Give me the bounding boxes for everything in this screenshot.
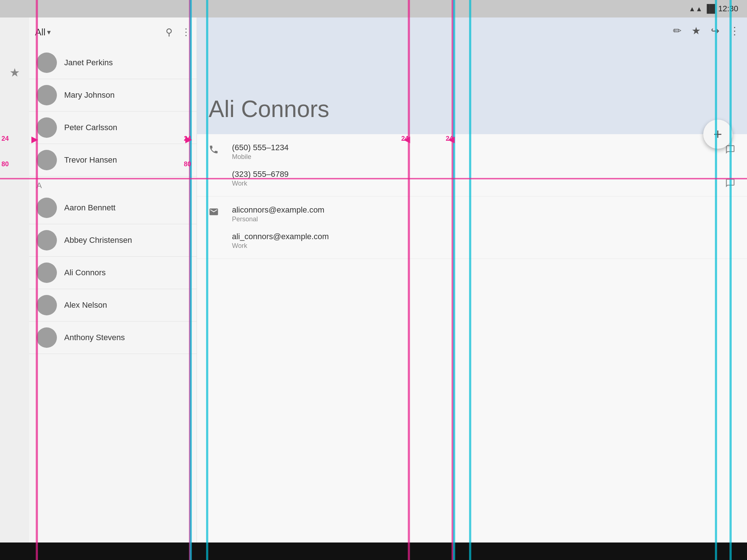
pink-guide-line-h [0,178,747,179]
contact-name: Abbey Christensen [64,236,132,245]
status-bar: ▴ ▴ ▐█ 12:30 [0,0,747,18]
arrow-indicator: ◀ [448,134,454,144]
favorites-star-icon[interactable]: ★ [9,66,20,79]
edit-icon[interactable]: ✏ [673,25,681,37]
fab-add-button[interactable]: + [703,120,732,149]
arrow-indicator: ▶ [31,134,38,144]
email-entry: aliconnors@example.com Personal [232,205,735,223]
contact-avatar [36,85,57,105]
phone-entry: (650) 555–1234 Mobile [232,143,735,161]
pink-guide-line [36,0,38,560]
contact-list: Janet Perkins Mary Johnson Peter Carlsso… [29,47,197,560]
overlay-label-80a: 80 [1,160,9,168]
arrow-indicator: ▶ [185,134,192,144]
cyan-guide-line [453,0,455,560]
contact-item[interactable]: Ali Connors [29,257,197,289]
contact-list-header: All ▾ ⚲ ⋮ [29,18,197,47]
contact-name: Janet Perkins [64,58,113,67]
contact-avatar [36,117,57,138]
contact-item[interactable]: Anthony Stevens [29,322,197,354]
email-address: ali_connors@example.com [232,232,735,241]
contact-avatar [36,262,57,283]
detail-body: (650) 555–1234 Mobile (323) 555–6789 Wor… [197,134,747,560]
star-icon[interactable]: ★ [692,25,701,37]
overlay-label-80b: 80 [184,160,191,168]
contact-avatar [36,198,57,218]
overlay-label-24a: 24 [1,135,9,143]
contact-name: Mary Johnson [64,90,115,100]
email-icon [209,207,226,219]
contact-avatar [36,52,57,73]
header-icons: ⚲ ⋮ [166,27,191,38]
contact-item[interactable]: Abbey Christensen [29,224,197,257]
cyan-guide-line [190,0,192,560]
contact-name: Peter Carlsson [64,123,117,132]
contact-avatar [36,230,57,250]
detail-panel: ✏ ★ ↪ ⋮ Ali Connors (650) 555–1234 [197,18,747,560]
status-icons: ▴ ▴ ▐█ [690,4,715,13]
contact-item[interactable]: Trevor Hansen [29,144,197,176]
left-rail: ★ [0,18,29,560]
cyan-guide-line [715,0,717,560]
section-letter: A [36,181,51,190]
email-type: Work [232,242,735,250]
contact-detail-name: Ali Connors [209,96,735,122]
wifi-icon: ▴ [690,4,694,13]
contact-list-panel: All ▾ ⚲ ⋮ Janet Perkins Mary Johnson Pet… [29,18,197,560]
phone-type: Mobile [232,153,735,161]
pink-guide-line [408,0,410,560]
phone-section: (650) 555–1234 Mobile (323) 555–6789 Wor… [197,134,747,197]
search-icon[interactable]: ⚲ [166,27,173,38]
email-content: aliconnors@example.com Personal ali_conn… [232,205,735,250]
arrow-indicator: ◀ [403,134,410,144]
contact-avatar [36,327,57,348]
phone-type: Work [232,180,735,187]
cyan-guide-line [469,0,471,560]
phone-content: (650) 555–1234 Mobile (323) 555–6789 Wor… [232,143,735,187]
email-entry: ali_connors@example.com Work [232,232,735,250]
contact-item[interactable]: Janet Perkins [29,47,197,79]
bottom-navigation-bar [0,542,747,560]
contact-item[interactable]: Peter Carlsson [29,112,197,144]
contact-item[interactable]: Alex Nelson [29,289,197,322]
filter-label[interactable]: All ▾ [35,27,166,38]
contact-name: Anthony Stevens [64,333,125,342]
contact-name: Trevor Hansen [64,155,117,165]
signal-icon: ▴ [697,4,701,13]
filter-dropdown-arrow: ▾ [47,28,51,36]
email-type: Personal [232,215,735,223]
contact-name: Aaron Bennett [64,203,116,213]
email-section: aliconnors@example.com Personal ali_conn… [197,197,747,259]
contact-name: Ali Connors [64,268,106,277]
contact-item[interactable]: Aaron Bennett [29,192,197,224]
contact-avatar [36,150,57,170]
email-address: aliconnors@example.com [232,205,735,215]
phone-number: (650) 555–1234 [232,143,735,152]
detail-header: ✏ ★ ↪ ⋮ Ali Connors [197,18,747,134]
phone-icon [209,144,226,157]
contact-item[interactable]: Mary Johnson [29,79,197,112]
cyan-guide-line [729,0,732,560]
contact-avatar [36,295,57,315]
status-time: 12:30 [718,4,738,13]
app-container: ★ All ▾ ⚲ ⋮ Janet Perkins Mary Johnson [0,18,747,560]
battery-icon: ▐█ [704,4,715,13]
cyan-guide-line [206,0,208,560]
contact-name: Alex Nelson [64,300,107,310]
